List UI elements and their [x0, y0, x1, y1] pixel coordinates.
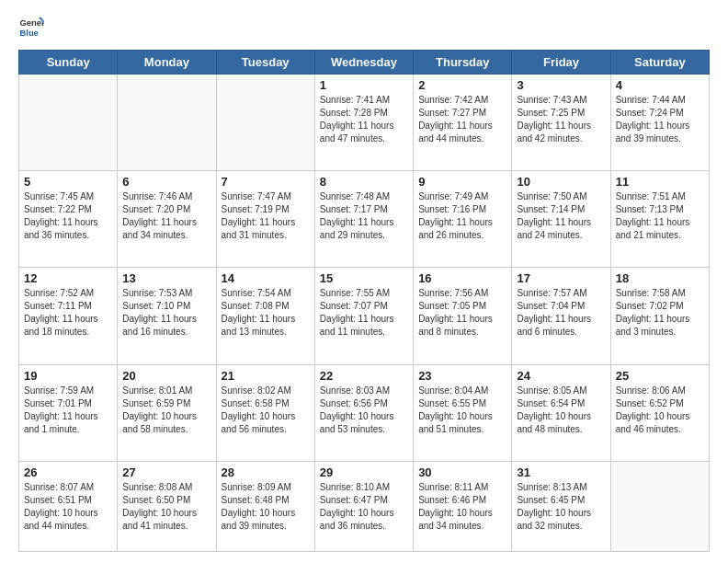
day-number: 28: [222, 465, 310, 479]
calendar-week-2: 12Sunrise: 7:52 AMSunset: 7:11 PMDayligh…: [19, 268, 710, 364]
day-number: 21: [222, 369, 310, 383]
day-number: 5: [24, 175, 112, 189]
day-info: Sunrise: 7:48 AMSunset: 7:17 PMDaylight:…: [320, 190, 408, 242]
day-number: 4: [616, 78, 704, 92]
calendar-week-0: 1Sunrise: 7:41 AMSunset: 7:28 PMDaylight…: [19, 75, 710, 171]
calendar-cell: 19Sunrise: 7:59 AMSunset: 7:01 PMDayligh…: [19, 364, 118, 461]
calendar-cell: 15Sunrise: 7:55 AMSunset: 7:07 PMDayligh…: [314, 268, 413, 364]
day-info: Sunrise: 7:55 AMSunset: 7:07 PMDaylight:…: [320, 287, 408, 339]
calendar-cell: 20Sunrise: 8:01 AMSunset: 6:59 PMDayligh…: [118, 364, 216, 461]
day-header-saturday: Saturday: [610, 51, 709, 75]
day-info: Sunrise: 8:09 AMSunset: 6:48 PMDaylight:…: [222, 481, 310, 533]
calendar-week-3: 19Sunrise: 7:59 AMSunset: 7:01 PMDayligh…: [19, 364, 710, 461]
day-number: 27: [122, 465, 210, 479]
calendar-cell: 1Sunrise: 7:41 AMSunset: 7:28 PMDaylight…: [314, 75, 413, 171]
svg-text:General: General: [20, 18, 44, 28]
day-number: 18: [616, 271, 704, 285]
day-info: Sunrise: 7:52 AMSunset: 7:11 PMDaylight:…: [24, 287, 112, 339]
calendar-header-row: SundayMondayTuesdayWednesdayThursdayFrid…: [19, 51, 710, 75]
calendar-cell: 23Sunrise: 8:04 AMSunset: 6:55 PMDayligh…: [414, 364, 512, 461]
day-number: 11: [616, 175, 704, 189]
day-header-tuesday: Tuesday: [216, 51, 314, 75]
day-info: Sunrise: 7:57 AMSunset: 7:04 PMDaylight:…: [517, 287, 605, 339]
calendar-cell: [19, 75, 118, 171]
calendar-cell: 26Sunrise: 8:07 AMSunset: 6:51 PMDayligh…: [19, 461, 118, 551]
generalblue-logo-icon: General Blue: [18, 15, 44, 40]
day-number: 8: [320, 175, 408, 189]
calendar-cell: 3Sunrise: 7:43 AMSunset: 7:25 PMDaylight…: [512, 75, 610, 171]
day-info: Sunrise: 8:07 AMSunset: 6:51 PMDaylight:…: [24, 481, 112, 533]
day-header-monday: Monday: [118, 51, 216, 75]
calendar-cell: [216, 75, 314, 171]
calendar-table: SundayMondayTuesdayWednesdayThursdayFrid…: [18, 50, 710, 552]
day-info: Sunrise: 7:56 AMSunset: 7:05 PMDaylight:…: [418, 287, 506, 339]
calendar-cell: 18Sunrise: 7:58 AMSunset: 7:02 PMDayligh…: [610, 268, 709, 364]
day-info: Sunrise: 8:05 AMSunset: 6:54 PMDaylight:…: [517, 385, 605, 436]
calendar-cell: 24Sunrise: 8:05 AMSunset: 6:54 PMDayligh…: [512, 364, 610, 461]
day-info: Sunrise: 7:45 AMSunset: 7:22 PMDaylight:…: [24, 190, 112, 242]
calendar-week-4: 26Sunrise: 8:07 AMSunset: 6:51 PMDayligh…: [19, 461, 710, 551]
calendar-cell: 9Sunrise: 7:49 AMSunset: 7:16 PMDaylight…: [414, 171, 512, 268]
calendar-cell: 11Sunrise: 7:51 AMSunset: 7:13 PMDayligh…: [610, 171, 709, 268]
calendar-cell: 14Sunrise: 7:54 AMSunset: 7:08 PMDayligh…: [216, 268, 314, 364]
day-info: Sunrise: 8:10 AMSunset: 6:47 PMDaylight:…: [320, 481, 408, 533]
day-info: Sunrise: 8:02 AMSunset: 6:58 PMDaylight:…: [222, 385, 310, 436]
day-info: Sunrise: 7:50 AMSunset: 7:14 PMDaylight:…: [517, 190, 605, 242]
day-number: 1: [320, 78, 408, 92]
day-info: Sunrise: 7:59 AMSunset: 7:01 PMDaylight:…: [24, 385, 112, 436]
calendar-cell: 6Sunrise: 7:46 AMSunset: 7:20 PMDaylight…: [118, 171, 216, 268]
day-info: Sunrise: 8:01 AMSunset: 6:59 PMDaylight:…: [122, 385, 210, 436]
calendar-cell: 16Sunrise: 7:56 AMSunset: 7:05 PMDayligh…: [414, 268, 512, 364]
calendar-cell: 25Sunrise: 8:06 AMSunset: 6:52 PMDayligh…: [610, 364, 709, 461]
day-number: 22: [320, 369, 408, 383]
calendar-cell: 28Sunrise: 8:09 AMSunset: 6:48 PMDayligh…: [216, 461, 314, 551]
day-info: Sunrise: 8:06 AMSunset: 6:52 PMDaylight:…: [616, 385, 704, 436]
day-number: 2: [418, 78, 506, 92]
day-info: Sunrise: 7:46 AMSunset: 7:20 PMDaylight:…: [122, 190, 210, 242]
calendar-cell: 21Sunrise: 8:02 AMSunset: 6:58 PMDayligh…: [216, 364, 314, 461]
day-number: 12: [24, 271, 112, 285]
day-info: Sunrise: 8:03 AMSunset: 6:56 PMDaylight:…: [320, 385, 408, 436]
calendar-cell: [610, 461, 709, 551]
day-number: 19: [24, 369, 112, 383]
day-number: 25: [616, 369, 704, 383]
day-number: 23: [418, 369, 506, 383]
day-info: Sunrise: 8:11 AMSunset: 6:46 PMDaylight:…: [418, 481, 506, 533]
day-number: 16: [418, 271, 506, 285]
day-info: Sunrise: 7:51 AMSunset: 7:13 PMDaylight:…: [616, 190, 704, 242]
day-info: Sunrise: 7:58 AMSunset: 7:02 PMDaylight:…: [616, 287, 704, 339]
logo: General Blue: [18, 15, 44, 40]
day-number: 10: [517, 175, 605, 189]
day-number: 14: [222, 271, 310, 285]
day-number: 17: [517, 271, 605, 285]
calendar-cell: 10Sunrise: 7:50 AMSunset: 7:14 PMDayligh…: [512, 171, 610, 268]
day-header-wednesday: Wednesday: [314, 51, 413, 75]
calendar-cell: 12Sunrise: 7:52 AMSunset: 7:11 PMDayligh…: [19, 268, 118, 364]
day-info: Sunrise: 7:44 AMSunset: 7:24 PMDaylight:…: [616, 94, 704, 145]
day-number: 15: [320, 271, 408, 285]
day-header-friday: Friday: [512, 51, 610, 75]
calendar-cell: 2Sunrise: 7:42 AMSunset: 7:27 PMDaylight…: [414, 75, 512, 171]
day-number: 31: [517, 465, 605, 479]
day-number: 24: [517, 369, 605, 383]
day-info: Sunrise: 8:13 AMSunset: 6:45 PMDaylight:…: [517, 481, 605, 533]
day-number: 30: [418, 465, 506, 479]
calendar-cell: 29Sunrise: 8:10 AMSunset: 6:47 PMDayligh…: [314, 461, 413, 551]
calendar-cell: 8Sunrise: 7:48 AMSunset: 7:17 PMDaylight…: [314, 171, 413, 268]
day-info: Sunrise: 7:41 AMSunset: 7:28 PMDaylight:…: [320, 94, 408, 145]
calendar-cell: [118, 75, 216, 171]
day-number: 20: [122, 369, 210, 383]
calendar-week-1: 5Sunrise: 7:45 AMSunset: 7:22 PMDaylight…: [19, 171, 710, 268]
day-number: 9: [418, 175, 506, 189]
calendar-cell: 7Sunrise: 7:47 AMSunset: 7:19 PMDaylight…: [216, 171, 314, 268]
day-header-sunday: Sunday: [19, 51, 118, 75]
day-number: 13: [122, 271, 210, 285]
calendar-cell: 4Sunrise: 7:44 AMSunset: 7:24 PMDaylight…: [610, 75, 709, 171]
calendar-cell: 30Sunrise: 8:11 AMSunset: 6:46 PMDayligh…: [414, 461, 512, 551]
day-number: 7: [222, 175, 310, 189]
svg-text:Blue: Blue: [20, 29, 39, 38]
day-info: Sunrise: 7:42 AMSunset: 7:27 PMDaylight:…: [418, 94, 506, 145]
page: General Blue SundayMondayTuesdayWednesda…: [0, 0, 728, 563]
day-info: Sunrise: 7:49 AMSunset: 7:16 PMDaylight:…: [418, 190, 506, 242]
calendar-cell: 5Sunrise: 7:45 AMSunset: 7:22 PMDaylight…: [19, 171, 118, 268]
